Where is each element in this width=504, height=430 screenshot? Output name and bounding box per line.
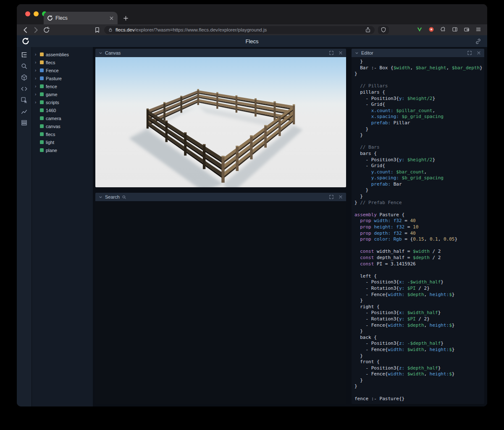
tree-item-Fence[interactable]: ›Fence <box>32 66 93 74</box>
code-line: Bar :- Box {$width, $bar_height, $bar_de… <box>354 65 484 71</box>
tree-item-label: camera <box>46 116 61 121</box>
code-line: prefab: Pillar <box>354 120 484 126</box>
browser-window: Flecs flecs.dev/explorer/?wasm=https://w… <box>17 4 487 406</box>
expand-chevron-icon[interactable]: › <box>35 68 38 73</box>
stats-chart-icon[interactable] <box>21 108 28 115</box>
search-expand-icon[interactable] <box>329 194 334 199</box>
search-close-icon[interactable] <box>338 194 343 199</box>
entity-color-square <box>40 60 44 64</box>
share-icon[interactable] <box>365 27 371 33</box>
expand-chevron-icon[interactable]: › <box>35 52 38 57</box>
tree-item-flecs[interactable]: flecs <box>32 130 93 138</box>
url-path: /explorer/?wasm=https://www.flecs.dev/ex… <box>134 27 267 32</box>
code-line: - Position3{x: $width_half} <box>354 310 484 316</box>
tree-item-1460[interactable]: 1460 <box>32 106 93 114</box>
expand-chevron-icon[interactable]: › <box>35 100 38 105</box>
window-minimize-button[interactable] <box>34 11 39 16</box>
entity-tree-icon[interactable] <box>21 51 28 58</box>
address-bar[interactable]: flecs.dev/explorer/?wasm=https://www.fle… <box>104 26 375 34</box>
code-line: left { <box>354 273 484 280</box>
chevron-down-icon[interactable] <box>354 51 359 55</box>
script-code-icon[interactable] <box>21 85 28 92</box>
tree-item-flecs[interactable]: ›flecs <box>32 58 93 66</box>
tree-item-plane[interactable]: plane <box>32 146 93 154</box>
code-line: prop width: f32 = 40 <box>354 218 484 224</box>
vimium-extension-icon[interactable] <box>417 26 423 33</box>
code-line: assembly Pasture { <box>354 212 484 218</box>
code-line <box>354 243 484 249</box>
code-line <box>354 267 484 273</box>
flecs-logo-icon[interactable] <box>22 37 29 45</box>
expand-chevron-icon[interactable]: › <box>35 92 38 97</box>
chevron-down-icon[interactable] <box>98 195 103 199</box>
canvas-close-icon[interactable] <box>338 50 343 55</box>
link-icon[interactable] <box>475 38 481 45</box>
code-line: - Position3{y: $height/2} <box>354 96 484 102</box>
sidebar-panel-icon[interactable] <box>452 26 459 33</box>
canvas-panel: Canvas <box>95 49 346 187</box>
tab-close-icon[interactable] <box>109 16 114 21</box>
tree-item-scripts[interactable]: ›scripts <box>32 98 93 106</box>
extensions-puzzle-icon[interactable] <box>440 26 447 33</box>
entity-color-square <box>40 100 44 104</box>
entity-color-square <box>40 124 44 128</box>
search-panel-header[interactable]: Search <box>95 193 346 201</box>
browser-tab[interactable]: Flecs <box>44 12 118 24</box>
red-extension-icon[interactable] <box>428 26 435 33</box>
tree-item-camera[interactable]: camera <box>32 114 93 122</box>
code-line: } <box>354 59 484 65</box>
code-line: - Fence{width: $width, height:$} <box>354 371 484 378</box>
code-line: right { <box>354 304 484 310</box>
tree-item-light[interactable]: light <box>32 138 93 146</box>
window-close-button[interactable] <box>25 11 30 16</box>
code-line: prop color: Rgb = {0.15, 0.1, 0.05} <box>354 236 484 243</box>
back-icon[interactable] <box>22 26 29 34</box>
code-line: } <box>354 126 484 133</box>
expand-chevron-icon[interactable]: › <box>35 84 38 89</box>
inspect-cursor-icon[interactable] <box>21 97 28 104</box>
url-domain: flecs.dev <box>116 27 134 32</box>
entity-color-square <box>40 132 44 136</box>
tree-item-assemblies[interactable]: ›assemblies <box>32 50 93 58</box>
tree-item-Pasture[interactable]: ›Pasture <box>32 74 93 82</box>
search-panel: Search <box>95 193 346 404</box>
search-panel-body <box>95 201 346 404</box>
tree-item-fence[interactable]: ›fence <box>32 82 93 90</box>
code-line: - Fence{width: $depth, height:$} <box>354 322 484 329</box>
expand-chevron-icon[interactable]: › <box>35 60 38 65</box>
chevron-down-icon[interactable] <box>98 51 103 55</box>
tab-title: Flecs <box>55 15 106 21</box>
code-line: } <box>354 71 484 77</box>
code-line: const width_half = $width / 2 <box>354 249 484 255</box>
canvas-expand-icon[interactable] <box>329 50 334 55</box>
code-line <box>354 206 484 212</box>
memory-rows-icon[interactable] <box>21 119 28 126</box>
new-tab-button[interactable] <box>123 15 129 21</box>
code-editor[interactable]: } Bar :- Box {$width, $bar_height, $bar_… <box>352 57 484 404</box>
entity-color-square <box>40 116 44 120</box>
canvas-3d-viewport[interactable] <box>95 57 346 187</box>
tree-item-game[interactable]: ›game <box>32 90 93 98</box>
main-area: Canvas <box>93 47 487 406</box>
brave-shield-icon[interactable] <box>378 26 389 34</box>
browser-toolbar: flecs.dev/explorer/?wasm=https://www.fle… <box>17 24 487 35</box>
search-icon[interactable] <box>21 63 28 70</box>
expand-chevron-icon[interactable]: › <box>35 76 38 81</box>
editor-close-icon[interactable] <box>476 50 481 55</box>
menu-icon[interactable] <box>475 26 482 33</box>
reload-icon[interactable] <box>43 26 50 34</box>
entity-color-square <box>40 84 44 88</box>
code-line: prop depth: f32 = 40 <box>354 231 484 237</box>
tree-item-canvas[interactable]: canvas <box>32 122 93 130</box>
editor-panel-header[interactable]: Editor <box>352 49 484 57</box>
bookmark-icon[interactable] <box>94 26 101 34</box>
forward-icon[interactable] <box>32 26 39 34</box>
canvas-panel-header[interactable]: Canvas <box>95 49 346 57</box>
scene-cube-icon[interactable] <box>21 74 28 81</box>
entity-color-square <box>40 140 44 144</box>
code-line: prefab: Bar <box>354 181 484 188</box>
editor-expand-icon[interactable] <box>467 50 472 55</box>
app-header: Flecs <box>17 35 487 47</box>
canvas-panel-title: Canvas <box>105 50 121 55</box>
wallet-icon[interactable] <box>464 26 470 33</box>
